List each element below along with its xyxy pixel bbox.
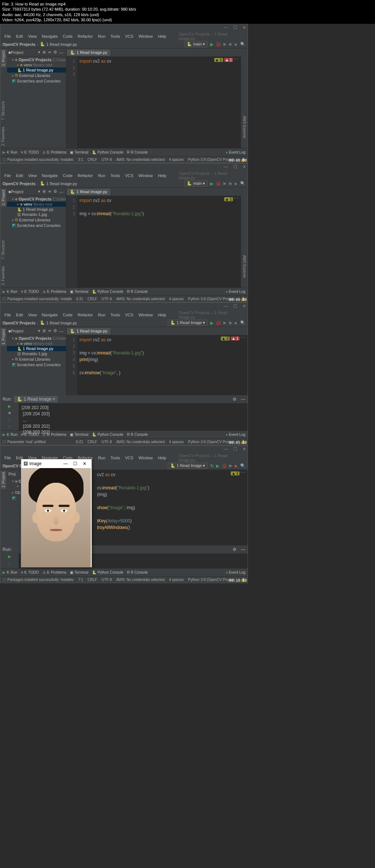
stop-button[interactable]: ■ (234, 464, 237, 468)
code-editor[interactable]: 123 import cv2 as cv img = cv.imread("Ro… (66, 196, 241, 287)
read-image-file-node[interactable]: 🐍1 Read Image.py (7, 207, 66, 212)
scratches-node[interactable]: ◩Scratches and Consoles (7, 222, 66, 228)
project-root-node[interactable]: ▾■OpenCV Projects C:\Users\USER\Pycha (7, 196, 66, 202)
menu-code[interactable]: Code (61, 173, 74, 179)
menu-help[interactable]: Help (156, 173, 168, 179)
menu-file[interactable]: File (3, 33, 13, 39)
favorites-tool-tab[interactable]: 2: Favorites (0, 125, 6, 147)
venv-node[interactable]: ▸■venv library root (7, 202, 66, 207)
event-log-button[interactable]: ● Event Log (226, 150, 245, 154)
run-config-selector[interactable]: 🐍 main ▾ (184, 180, 208, 187)
chevron-up-icon[interactable]: ˄ (234, 58, 236, 62)
locate-icon[interactable]: ⊕ (42, 189, 46, 194)
menu-navigate[interactable]: Navigate (40, 173, 59, 179)
project-pane-title[interactable]: Project (11, 50, 37, 55)
maximize-icon[interactable]: ☐ (233, 25, 237, 30)
menu-tools[interactable]: Tools (109, 33, 122, 39)
r-console-tab[interactable]: R R Console (127, 290, 148, 294)
run-button[interactable]: ▶ (210, 42, 214, 47)
python-console-tab[interactable]: 🐍 Python Console (92, 290, 123, 294)
external-libraries-node[interactable]: ▸⧉External Libraries (7, 73, 66, 78)
down-icon[interactable]: ↓ (6, 424, 13, 430)
python-console-tab[interactable]: 🐍 Python Console (92, 150, 123, 154)
close-icon[interactable]: ✕ (242, 304, 246, 309)
indent-info[interactable]: 4 spaces (169, 158, 183, 162)
scratches-node[interactable]: ◩Scratches and Consoles (7, 78, 66, 84)
settings-icon[interactable]: ⚙ (53, 50, 57, 55)
project-tool-tab[interactable]: 1: Project (1, 188, 6, 207)
project-root-node[interactable]: ▾■OpenCV Projects C:\Users\USER\Pycha (7, 57, 66, 62)
menu-window[interactable]: Window (137, 33, 155, 39)
search-everywhere-icon[interactable]: 🔍 (240, 42, 245, 47)
close-icon[interactable]: ✕ (242, 25, 246, 30)
locate-icon[interactable]: ⊕ (42, 50, 46, 55)
breadcrumb-root[interactable]: OpenCV Projects (3, 181, 36, 186)
collapse-all-icon[interactable]: ≑ (48, 50, 51, 55)
close-icon[interactable]: ✕ (242, 164, 246, 169)
menu-vcs[interactable]: VCS (123, 173, 135, 179)
aws-explorer-tab[interactable]: AWS Explorer (242, 254, 247, 279)
external-libraries-node[interactable]: ▸⧉External Libraries (7, 217, 66, 222)
menu-edit[interactable]: Edit (14, 33, 25, 39)
image-window[interactable]: 🖼 Image — ☐ ✕ (21, 459, 92, 567)
code-editor[interactable]: 123 import cv2 as cv ▲ 1▲ 1˄˅ (66, 56, 241, 148)
menu-code[interactable]: Code (61, 33, 74, 39)
menu-vcs[interactable]: VCS (123, 33, 135, 39)
gear-icon[interactable]: ⚙ (233, 397, 237, 402)
structure-tool-tab[interactable]: 7: Structure (0, 100, 6, 122)
profile-button[interactable]: ◉ (229, 181, 232, 186)
console-output[interactable]: [208 202 203] [209 204 203] ... [208 203… (19, 403, 248, 430)
breadcrumb-file[interactable]: 1 Read Image.py (47, 181, 77, 186)
line-separator[interactable]: CRLF (88, 158, 97, 162)
menu-help[interactable]: Help (156, 33, 168, 39)
settings-icon[interactable]: ⚙ (53, 189, 57, 194)
rerun-button[interactable]: ▶ (6, 404, 13, 410)
stop-button[interactable]: ■ (6, 411, 13, 416)
favorites-tool-tab[interactable]: 2: Favorites (0, 265, 6, 287)
aws-explorer-tab[interactable]: AWS Explorer (242, 114, 247, 140)
run-button[interactable]: ▶ (210, 320, 214, 326)
breadcrumb-root[interactable]: OpenCV Projects (3, 42, 36, 47)
r-console-tab[interactable]: R R Console (127, 150, 148, 154)
menu-refactor[interactable]: Refactor (76, 33, 95, 39)
menu-window[interactable]: Window (137, 173, 155, 179)
terminal-tool-tab[interactable]: ▣ Terminal (70, 290, 88, 294)
hide-icon[interactable]: — (241, 397, 245, 402)
maximize-icon[interactable]: ☐ (233, 304, 237, 309)
up-icon[interactable]: ↑ (6, 417, 13, 423)
menu-edit[interactable]: Edit (14, 173, 25, 179)
run-config-selector[interactable]: 🐍 1 Read Image ▾ (168, 463, 208, 469)
run-tool-tab[interactable]: ▶4: Run (3, 150, 17, 154)
hide-icon[interactable]: — (59, 50, 63, 55)
debug-button[interactable]: 🐞 (216, 181, 221, 186)
menu-run[interactable]: Run (96, 173, 107, 179)
editor-tab[interactable]: 🐍1 Read Image.py (67, 189, 110, 195)
rerun-button[interactable]: ↻ (210, 463, 214, 468)
chevron-down-icon[interactable]: ▾ (38, 50, 40, 55)
caret-position[interactable]: 3:1 (78, 158, 83, 162)
minimize-icon[interactable]: — (224, 25, 228, 30)
aws-status[interactable]: AWS: No credentials selected (116, 158, 165, 162)
ronaldo-image-node[interactable]: 🖼Ronaldo-1.jpg (7, 212, 66, 217)
event-log-button[interactable]: ● Event Log (226, 290, 245, 294)
venv-node[interactable]: ▸■venv library root (7, 62, 66, 67)
menu-file[interactable]: File (3, 173, 13, 179)
run-coverage-button[interactable]: ▶ (223, 42, 226, 47)
editor-tab[interactable]: 🐍1 Read Image.py (67, 49, 110, 56)
run-tab[interactable]: 🐍 1 Read Image × (14, 396, 58, 402)
menu-view[interactable]: View (26, 33, 39, 39)
run-config-selector[interactable]: 🐍 main ▾ (184, 41, 208, 47)
menu-view[interactable]: View (26, 173, 39, 179)
project-tool-tab[interactable]: 1: Project (1, 49, 6, 67)
maximize-icon[interactable]: ☐ (70, 461, 80, 466)
coverage-button[interactable]: ▶ (223, 181, 226, 186)
collapse-icon[interactable]: ≑ (48, 189, 51, 194)
maximize-icon[interactable]: ☐ (233, 164, 237, 169)
run-button[interactable]: ▶ (210, 181, 214, 186)
minimize-icon[interactable]: — (61, 461, 70, 466)
menu-navigate[interactable]: Navigate (40, 33, 59, 39)
inspection-widget[interactable]: ▲ 1▲ 1˄˅ (214, 58, 239, 62)
structure-tool-tab[interactable]: 7: Structure (0, 239, 6, 261)
menu-run[interactable]: Run (96, 33, 107, 39)
read-image-file-node[interactable]: 🐍1 Read Image.py (7, 67, 66, 73)
